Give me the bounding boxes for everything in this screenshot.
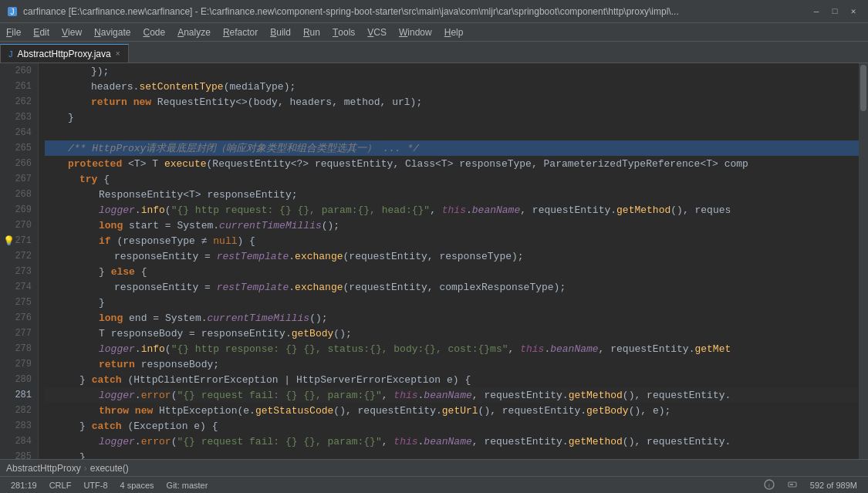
line-num-265: 265 [0, 140, 38, 156]
line-num-282: 282 [0, 403, 38, 418]
code-line-266: protected <T> T execute(RequestEntity<?>… [45, 156, 859, 171]
code-line-273: } else { [45, 264, 859, 279]
svg-text:J: J [11, 8, 15, 16]
editor-area: 260 261 262 263 264 265 266 267 268 269 … [0, 63, 868, 459]
code-line-276: long end = System.currentTimeMillis(); [45, 310, 859, 326]
tab-icon: J [8, 49, 13, 59]
line-num-270: 270 [0, 218, 38, 233]
menu-file[interactable]: File [0, 23, 27, 41]
menu-window[interactable]: Window [393, 23, 438, 41]
line-num-266: 266 [0, 156, 38, 171]
code-line-270: long start = System.currentTimeMillis(); [45, 218, 859, 233]
code-line-272: responseEntity = restTemplate.exchange(r… [45, 248, 859, 264]
menu-code[interactable]: Code [137, 23, 171, 41]
code-line-263: } [45, 110, 859, 125]
line-num-275: 275 [0, 295, 38, 310]
line-num-280: 280 [0, 372, 38, 387]
code-line-281: logger.error("{} request fail: {} {}, pa… [45, 387, 859, 403]
line-num-285: 285 [0, 449, 38, 459]
line-num-261: 261 [0, 79, 38, 94]
status-file-icon: i [759, 479, 779, 491]
line-num-268: 268 [0, 187, 38, 202]
code-line-282: throw new HttpException(e.getStatusCode(… [45, 403, 859, 418]
status-indent[interactable]: 4 spaces [116, 481, 159, 490]
status-position[interactable]: 281:19 [6, 481, 42, 490]
code-line-267: try { [45, 171, 859, 187]
code-line-271: if (responseType ≠ null) { [45, 233, 859, 248]
line-num-283: 283 [0, 418, 38, 434]
hint-icon: 💡 [3, 235, 15, 247]
code-line-278: logger.info("{} http response: {} {}, st… [45, 341, 859, 356]
code-content[interactable]: }); headers.setContentType(mediaType); r… [39, 63, 859, 459]
menu-refactor[interactable]: Refactor [217, 23, 264, 41]
code-line-265: /** HttpProxy请求最底层封闭（响应对象类型和组合类型选其一） ...… [45, 140, 859, 156]
code-line-284: logger.error("{} request fail: {} {}, pa… [45, 434, 859, 449]
line-num-278: 278 [0, 341, 38, 356]
status-file-info[interactable]: 592 of 989M [806, 481, 862, 490]
line-num-271: 💡 271 [0, 233, 38, 248]
line-num-269: 269 [0, 202, 38, 218]
code-line-283: } catch (Exception e) { [45, 418, 859, 434]
code-line-274: responseEntity = restTemplate.exchange(r… [45, 279, 859, 295]
menu-edit[interactable]: Edit [27, 23, 56, 41]
code-line-275: } [45, 295, 859, 310]
vertical-scrollbar[interactable] [859, 63, 868, 459]
breadcrumb-class[interactable]: AbstractHttpProxy [6, 463, 81, 474]
code-line-261: headers.setContentType(mediaType); [45, 79, 859, 94]
line-num-274: 274 [0, 279, 38, 295]
tab-bar: J AbstractHttpProxy.java × [0, 42, 868, 63]
line-num-284: 284 [0, 434, 38, 449]
code-line-268: ResponseEntity<T> responseEntity; [45, 187, 859, 202]
tab-label: AbstractHttpProxy.java [18, 49, 111, 59]
code-line-280: } catch (HttpClientErrorException | Http… [45, 372, 859, 387]
code-line-269: logger.info("{} http request: {} {}, par… [45, 202, 859, 218]
line-num-281: 281 [0, 387, 38, 403]
window-controls: — □ ✕ [808, 3, 862, 20]
line-num-262: 262 [0, 94, 38, 110]
code-line-285: } [45, 449, 859, 459]
tab-close-icon[interactable]: × [116, 49, 120, 58]
line-numbers: 260 261 262 263 264 265 266 267 268 269 … [0, 63, 39, 459]
scrollbar-thumb[interactable] [860, 65, 866, 111]
status-memory-icon [782, 479, 802, 491]
line-num-277: 277 [0, 326, 38, 341]
maximize-button[interactable]: □ [826, 3, 843, 20]
svg-text:i: i [768, 482, 770, 489]
code-line-264 [45, 125, 859, 140]
app-icon: J [6, 5, 19, 18]
menu-help[interactable]: Help [438, 23, 470, 41]
line-num-264: 264 [0, 125, 38, 140]
tab-abstracthttpproxy[interactable]: J AbstractHttpProxy.java × [0, 44, 129, 62]
svg-rect-5 [790, 484, 793, 485]
status-vcs[interactable]: Git: master [162, 481, 213, 490]
line-num-276: 276 [0, 310, 38, 326]
menu-analyze[interactable]: Analyze [171, 23, 217, 41]
line-num-272: 272 [0, 248, 38, 264]
code-line-277: T responseBody = responseEntity.getBody(… [45, 326, 859, 341]
code-line-260: }); [45, 63, 859, 79]
menu-view[interactable]: View [56, 23, 88, 41]
close-button[interactable]: ✕ [845, 3, 862, 20]
menu-navigate[interactable]: Navigate [88, 23, 137, 41]
line-num-273: 273 [0, 264, 38, 279]
status-line-ending[interactable]: CRLF [45, 481, 76, 490]
status-bar: 281:19 CRLF UTF-8 4 spaces Git: master i… [0, 476, 868, 493]
status-encoding[interactable]: UTF-8 [79, 481, 112, 490]
window-title: carfinance [E:\carfinance.new\carfinance… [23, 6, 808, 17]
breadcrumb: AbstractHttpProxy › execute() [0, 459, 868, 476]
menu-vcs[interactable]: VCS [361, 23, 393, 41]
menu-bar: File Edit View Navigate Code Analyze Ref… [0, 23, 868, 42]
menu-run[interactable]: Run [297, 23, 326, 41]
menu-build[interactable]: Build [264, 23, 297, 41]
minimize-button[interactable]: — [808, 3, 825, 20]
code-line-262: return new RequestEntity<>(body, headers… [45, 94, 859, 110]
line-num-279: 279 [0, 356, 38, 372]
menu-tools[interactable]: Tools [326, 23, 361, 41]
code-line-279: return responseBody; [45, 356, 859, 372]
breadcrumb-separator: › [84, 463, 87, 474]
line-num-267: 267 [0, 171, 38, 187]
line-num-260: 260 [0, 63, 38, 79]
title-bar: J carfinance [E:\carfinance.new\carfinan… [0, 0, 868, 23]
line-num-263: 263 [0, 110, 38, 125]
breadcrumb-method[interactable]: execute() [90, 463, 129, 474]
